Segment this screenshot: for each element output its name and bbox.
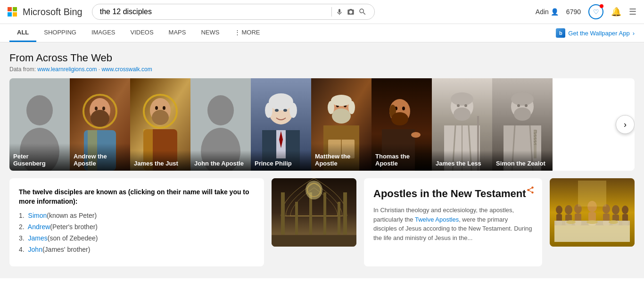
disciples-ordered-list: 1. Simon(known as Peter) 2. Andrew(Peter…: [19, 212, 255, 253]
svg-point-59: [454, 108, 471, 121]
card-label: James the Less: [432, 150, 492, 171]
nav-item-all[interactable]: ALL: [9, 24, 36, 42]
card-label: James the Just: [130, 150, 190, 171]
svg-point-58: [464, 104, 467, 107]
svg-point-100: [622, 206, 628, 214]
card-james-less[interactable]: James the Less: [432, 78, 492, 171]
nav-item-news[interactable]: NEWS: [193, 24, 227, 42]
svg-point-70: [514, 108, 531, 121]
user-icon: 👤: [551, 8, 559, 16]
card-prince-philip[interactable]: Prince Philip: [251, 78, 311, 171]
card-andrew[interactable]: Andrew the Apostle: [70, 78, 130, 171]
svg-point-39: [331, 95, 352, 106]
disciple-link-andrew[interactable]: Andrew: [28, 223, 50, 231]
item-paren: (known as Peter): [47, 212, 97, 219]
card-thomas[interactable]: Thomas the Apostle: [372, 78, 432, 171]
carousel-next-button[interactable]: ›: [616, 115, 635, 134]
item-paren: (James' brother): [42, 246, 90, 253]
search-input[interactable]: [100, 8, 328, 16]
svg-point-51: [391, 112, 408, 125]
svg-point-56: [451, 92, 473, 106]
svg-point-28: [265, 103, 272, 118]
main-content: From Across The Web Data from: www.learn…: [0, 42, 644, 278]
item-number: 1.: [19, 212, 25, 219]
list-item-john: 4. John(James' brother): [19, 246, 255, 253]
card-label: Prince Philip: [251, 150, 311, 171]
nav-item-more[interactable]: ⋮ MORE: [227, 24, 267, 42]
apostles-highlight: Twelve Apostles: [415, 216, 459, 223]
list-item-simon: 1. Simon(known as Peter): [19, 212, 255, 219]
item-paren: (Peter's brother): [50, 223, 98, 231]
nav-item-shopping[interactable]: SHOPPING: [36, 24, 84, 42]
card-matthew[interactable]: Matthew the Apostle: [311, 78, 372, 171]
visual-search-button[interactable]: [347, 8, 355, 16]
svg-point-29: [289, 103, 297, 118]
cards-container: PeterGusenberg: [9, 78, 635, 171]
menu-button[interactable]: ☰: [629, 7, 636, 17]
section-title: From Across The Web: [9, 52, 635, 64]
card-label: Thomas the Apostle: [372, 143, 432, 171]
svg-point-31: [283, 109, 287, 112]
disciple-link-simon[interactable]: Simon: [28, 212, 47, 219]
notification-dot: [600, 4, 603, 8]
card-label: Simon the Zealot: [492, 150, 553, 171]
search-divider: [331, 7, 332, 17]
svg-point-42: [332, 108, 351, 124]
source-crosswalk[interactable]: www.crosswalk.com: [101, 66, 152, 73]
card-label: PeterGusenberg: [9, 143, 70, 171]
user-name: Adin: [536, 8, 549, 16]
last-supper-image: [550, 178, 635, 247]
nav-item-maps[interactable]: MAPS: [161, 24, 194, 42]
svg-point-57: [457, 104, 460, 107]
svg-point-1: [26, 95, 53, 125]
favorites-button[interactable]: ♡: [588, 4, 603, 19]
voice-search-button[interactable]: [336, 8, 343, 16]
svg-point-104: [566, 220, 576, 224]
disciples-list-panel: The twelve disciples are known as (click…: [9, 178, 264, 266]
svg-point-105: [586, 220, 598, 224]
header: Microsoft Bing Adin 👤 6790 ♡: [0, 0, 644, 24]
list-item-james: 3. James(son of Zebedee): [19, 234, 255, 242]
card-label: Andrew the Apostle: [70, 143, 130, 171]
nav-item-images[interactable]: IMAGES: [84, 24, 123, 42]
source-learnreligions[interactable]: www.learnreligions.com: [37, 66, 97, 73]
svg-point-18: [152, 110, 169, 125]
disciple-link-john[interactable]: John: [28, 246, 42, 253]
disciples-intro: The twelve disciples are known as (click…: [19, 188, 255, 206]
bing-small-icon: b: [556, 28, 565, 38]
item-paren: (son of Zebedee): [48, 234, 98, 242]
svg-point-9: [91, 110, 109, 127]
svg-point-98: [612, 205, 619, 215]
church-image: [272, 178, 356, 247]
card-john[interactable]: John the Apostle: [190, 78, 251, 171]
svg-point-53: [411, 132, 421, 138]
microsoft-logo: [8, 7, 17, 17]
svg-point-27: [269, 93, 293, 110]
item-number: 3.: [19, 234, 25, 242]
svg-point-67: [511, 92, 534, 106]
search-button[interactable]: [358, 8, 367, 16]
chevron-right-icon: ›: [633, 30, 635, 37]
bing-brand-text: Microsoft Bing: [23, 7, 83, 17]
last-supper-svg: [550, 178, 635, 247]
church-svg: [272, 178, 356, 247]
more-dots-icon: ⋮: [234, 29, 240, 36]
nav-bar: ALL SHOPPING IMAGES VIDEOS MAPS NEWS ⋮ M…: [0, 24, 644, 42]
card-label: Matthew the Apostle: [311, 143, 372, 171]
header-right: Adin 👤 6790 ♡ 🔔 ☰: [536, 4, 636, 19]
nav-item-videos[interactable]: VIDEOS: [123, 24, 161, 42]
svg-point-22: [207, 95, 234, 125]
card-peter-gusenberg[interactable]: PeterGusenberg: [9, 78, 70, 171]
points-display: 6790: [566, 8, 581, 16]
svg-point-16: [155, 106, 158, 110]
share-button[interactable]: [526, 186, 535, 197]
card-simon-zealot[interactable]: Simon the Zealot: [492, 78, 553, 171]
svg-rect-102: [578, 181, 606, 207]
svg-point-8: [102, 107, 105, 110]
wallpaper-app-link[interactable]: b Get the Wallpaper App ›: [556, 28, 635, 38]
card-james-just[interactable]: James the Just: [130, 78, 190, 171]
notifications-button[interactable]: 🔔: [611, 7, 621, 17]
disciple-link-james[interactable]: James: [28, 234, 48, 242]
svg-point-49: [402, 107, 405, 110]
item-number: 4.: [19, 246, 25, 253]
